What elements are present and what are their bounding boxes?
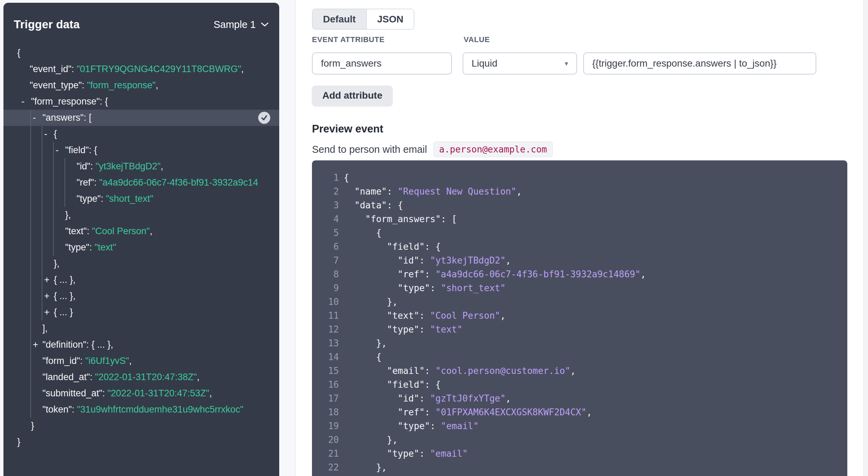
tree-row[interactable]: "type": "short_text" xyxy=(3,191,279,207)
value-expression-input[interactable] xyxy=(583,52,816,75)
json-text: , xyxy=(150,226,152,236)
tree-row[interactable]: "landed_at": "2022-01-31T20:47:38Z", xyxy=(3,369,279,385)
json-string-value: "i6Uf1yvS" xyxy=(85,356,129,366)
tree-row[interactable]: +{ ... } xyxy=(3,304,279,320)
code-line: 17 "id": "gzTtJ0fxYTge", xyxy=(312,391,847,405)
expand-toggle-icon[interactable]: + xyxy=(44,272,50,288)
tree-row[interactable]: "type": "text" xyxy=(3,239,279,256)
trigger-data-panel: Trigger data Sample 1 {"event_id": "01FT… xyxy=(3,3,279,476)
json-text: } xyxy=(31,420,34,431)
code-line: 1{ xyxy=(312,171,847,185)
json-text: , xyxy=(156,80,159,90)
send-to-row: Send to person with email a.person@examp… xyxy=(312,141,553,157)
selected-check-icon xyxy=(258,112,270,124)
code-text: { xyxy=(344,352,382,362)
code-text: "email": "cool.person@customer.io", xyxy=(344,366,576,376)
recipient-email-chip: a.person@example.com xyxy=(433,141,553,157)
json-text: "field": { xyxy=(65,145,97,155)
tree-row[interactable]: "submitted_at": "2022-01-31T20:47:53Z", xyxy=(3,385,279,401)
chevron-down-icon xyxy=(261,22,269,27)
tree-row[interactable]: -"form_response": { xyxy=(3,93,279,110)
json-text: "landed_at": xyxy=(42,372,95,382)
tree-row[interactable]: -"answers": [ xyxy=(3,110,279,126)
json-text: "answers": [ xyxy=(42,112,91,123)
code-text: "field": { xyxy=(344,379,441,390)
view-mode-tabs: Default JSON xyxy=(312,9,414,30)
line-number: 5 xyxy=(312,226,339,240)
page-scrollbar[interactable] xyxy=(863,0,868,476)
line-number: 16 xyxy=(312,378,339,391)
send-to-text: Send to person with email xyxy=(312,144,427,155)
code-text: }, xyxy=(344,462,387,473)
value-type-selected: Liquid xyxy=(472,58,497,69)
tree-row[interactable]: "text": "Cool Person", xyxy=(3,223,279,239)
tree-row[interactable]: }, xyxy=(3,207,279,223)
tree-row[interactable]: { xyxy=(3,45,279,61)
tree-row[interactable]: "token": "31u9whfrtcmdduemhe31u9whc5rrxk… xyxy=(3,401,279,418)
tab-default[interactable]: Default xyxy=(313,9,366,29)
json-text: "type": xyxy=(65,242,94,252)
code-text: "text": "Cool Person", xyxy=(344,310,506,321)
code-text: "type": "text" xyxy=(344,324,462,335)
json-text: , xyxy=(129,356,132,366)
line-number: 7 xyxy=(312,254,339,267)
event-attribute-input[interactable] xyxy=(312,52,452,75)
code-text: "name": "Request New Question", xyxy=(344,186,522,197)
code-line: 15 "email": "cool.person@customer.io", xyxy=(312,364,847,378)
tree-row[interactable]: +{ ... }, xyxy=(3,272,279,288)
code-line: 13 }, xyxy=(312,336,847,350)
expand-toggle-icon[interactable]: + xyxy=(44,288,50,304)
tab-json[interactable]: JSON xyxy=(366,9,414,29)
code-line: 4 "form_answers": [ xyxy=(312,212,847,226)
line-number: 17 xyxy=(312,391,339,405)
code-text: "form_answers": [ xyxy=(344,214,457,224)
line-number: 1 xyxy=(312,171,339,185)
json-text: , xyxy=(161,161,163,171)
collapse-toggle-icon[interactable]: - xyxy=(44,126,47,142)
add-attribute-button[interactable]: Add attribute xyxy=(312,86,393,106)
trigger-tree: {"event_id": "01FTRY9QGNG4C429Y11T8CBWRG… xyxy=(3,45,279,450)
code-line: 14 { xyxy=(312,350,847,364)
tree-row[interactable]: -{ xyxy=(3,126,279,142)
line-number: 11 xyxy=(312,309,339,323)
json-text: "submitted_at": xyxy=(42,388,108,398)
json-string-value: "yt3kejTBdgD2" xyxy=(95,161,161,171)
expand-toggle-icon[interactable]: + xyxy=(33,337,38,353)
json-string-value: "2022-01-31T20:47:38Z" xyxy=(95,372,197,382)
tree-row[interactable]: "ref": "a4a9dc66-06c7-4f36-bf91-3932a9c1… xyxy=(3,175,279,191)
value-type-select[interactable]: Liquid ▾ xyxy=(463,52,577,75)
line-number: 18 xyxy=(312,405,339,419)
tree-row[interactable]: }, xyxy=(3,256,279,272)
json-text: "form_response": { xyxy=(31,96,108,107)
tree-row[interactable]: "form_id": "i6Uf1yvS", xyxy=(3,353,279,369)
json-string-value: "text" xyxy=(94,242,116,252)
tree-row[interactable]: "event_id": "01FTRY9QGNG4C429Y11T8CBWRG"… xyxy=(3,61,279,77)
code-text: "ref": "01FPXAM6K4EXCXGSK8KWF2D4CX", xyxy=(344,407,592,417)
tree-row[interactable]: +"definition": { ... }, xyxy=(3,337,279,353)
code-text: }, xyxy=(344,338,387,348)
trigger-panel-header: Trigger data Sample 1 xyxy=(3,3,279,31)
code-line: 21 "type": "email" xyxy=(312,447,847,460)
json-text: "definition": { ... }, xyxy=(42,339,113,350)
tree-row[interactable]: "event_type": "form_response", xyxy=(3,77,279,93)
json-text: }, xyxy=(65,210,71,220)
code-line: 9 "type": "short_text" xyxy=(312,281,847,295)
collapse-toggle-icon[interactable]: - xyxy=(55,142,59,158)
tree-row[interactable]: ], xyxy=(3,320,279,337)
indent-guide xyxy=(64,158,65,207)
tree-row[interactable]: -"field": { xyxy=(3,142,279,158)
collapse-toggle-icon[interactable]: - xyxy=(21,93,24,110)
expand-toggle-icon[interactable]: + xyxy=(44,304,50,320)
tree-row[interactable]: } xyxy=(3,418,279,434)
code-line: 19 "type": "email" xyxy=(312,419,847,433)
sample-selector[interactable]: Sample 1 xyxy=(213,19,269,30)
json-text: , xyxy=(197,372,200,382)
tree-row[interactable]: "id": "yt3kejTBdgD2", xyxy=(3,158,279,175)
code-line: 12 "type": "text" xyxy=(312,323,847,336)
code-line: 6 "field": { xyxy=(312,240,847,254)
collapse-toggle-icon[interactable]: - xyxy=(33,110,36,126)
tree-row[interactable]: } xyxy=(3,434,279,450)
tree-row[interactable]: +{ ... }, xyxy=(3,288,279,304)
line-number: 8 xyxy=(312,267,339,281)
preview-code: 1{2 "name": "Request New Question",3 "da… xyxy=(312,160,847,476)
